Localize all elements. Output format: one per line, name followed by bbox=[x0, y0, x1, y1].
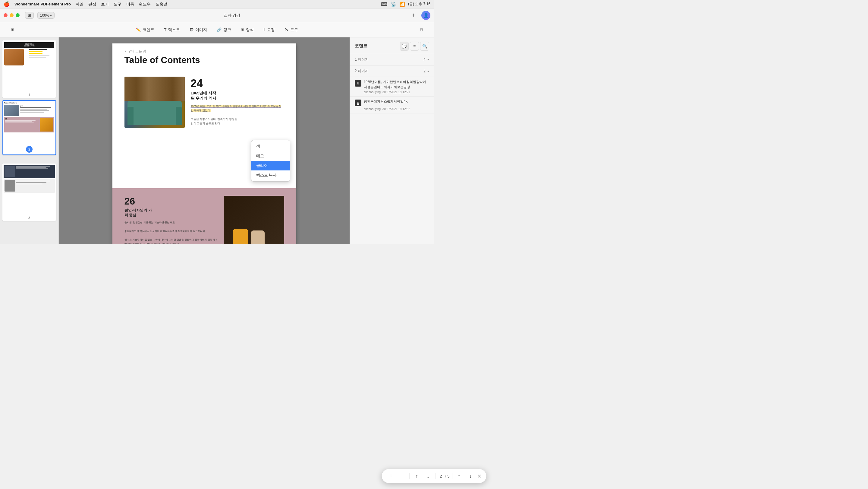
menu-tools[interactable]: 도구 bbox=[114, 1, 121, 7]
ctx-memo[interactable]: 메모 bbox=[251, 151, 290, 161]
user-avatar[interactable]: 👤 bbox=[421, 11, 430, 20]
panel-page2-header[interactable]: 2 페이지 2 ▴ bbox=[355, 68, 429, 74]
link-icon: 🔗 bbox=[217, 27, 221, 32]
page-3-label: 3 bbox=[2, 215, 56, 221]
page-1-label: 1 bbox=[2, 92, 56, 98]
title-bar: ⊞ 100% ▾ 집과 영감 + 👤 bbox=[0, 8, 434, 22]
panel-page1-section[interactable]: 1 페이지 2 ▾ bbox=[350, 54, 434, 65]
toolbar: ⊞ ✏️ 코멘트 T 텍스트 🖼 이미지 🔗 링크 ⊞ 양식 bbox=[0, 22, 434, 37]
notification-icon[interactable]: ⌨ bbox=[381, 1, 388, 7]
chairs-image bbox=[224, 196, 284, 244]
menu-view[interactable]: 보기 bbox=[101, 1, 109, 7]
panel-page2-collapse-icon[interactable]: ▴ bbox=[427, 69, 429, 73]
section-24-subtitle: 1965년에 시작된 우리의 역사 bbox=[191, 91, 284, 101]
ctx-copy-text[interactable]: 텍스트 복사 bbox=[251, 170, 290, 180]
toolbar-tools-button[interactable]: 🛠 도구 bbox=[280, 25, 303, 34]
toolbar-form-button[interactable]: ⊞ 양식 bbox=[236, 25, 258, 34]
wifi-icon[interactable]: 📶 bbox=[399, 1, 405, 7]
menu-file[interactable]: 파일 bbox=[76, 1, 84, 7]
page-thumb-2[interactable]: Table of Contents 24 bbox=[2, 100, 56, 155]
ctx-color[interactable]: 색 bbox=[251, 142, 290, 151]
menubar-right: ⌨ 📡 📶 (금) 오후 7:16 bbox=[381, 1, 430, 7]
panel-page2-meta: 2 ▴ bbox=[424, 69, 429, 73]
wood-wall-decoration bbox=[124, 77, 185, 101]
section-24-text: 24 1965년에 시작된 우리의 역사 1965년 여름, 기이한 변코바야침… bbox=[191, 77, 284, 126]
section-24-highlight: 1965년 여름, 기이한 변코바야침의일광속에서점은덴마크제작가새로운공장 만… bbox=[191, 105, 281, 112]
zoom-dropdown-icon: ▾ bbox=[50, 13, 52, 18]
link-label: 링크 bbox=[223, 27, 231, 33]
toolbar-text-button[interactable]: T 텍스트 bbox=[159, 25, 185, 34]
form-label: 양식 bbox=[246, 27, 254, 33]
thumb2-chair-img bbox=[40, 118, 53, 132]
toolbar-correction-button[interactable]: Ⅱ 교정 bbox=[258, 25, 280, 34]
tools-icon: 🛠 bbox=[284, 27, 288, 32]
pdf-main-title: Table of Contents bbox=[124, 55, 200, 65]
sofa-image bbox=[124, 77, 185, 128]
toolbar-comment-button[interactable]: ✏️ 코멘트 bbox=[131, 25, 159, 34]
section-24-body: 1965년 여름, 기이한 변코바야침의일광속에서점은덴마크제작가새로운공장 만… bbox=[191, 104, 284, 126]
panel-page1-header[interactable]: 1 페이지 2 ▾ bbox=[355, 57, 429, 62]
page-thumb-3[interactable]: 3 bbox=[2, 164, 56, 221]
tab-title: 집과 영감 bbox=[58, 13, 406, 18]
pdf-area[interactable]: 가구의 모든 것 Table of Contents 24 1965년에 시작된… bbox=[59, 37, 350, 244]
thumb2-row1: 24 bbox=[4, 105, 54, 116]
toolbar-image-button[interactable]: 🖼 이미지 bbox=[185, 25, 212, 34]
thumb3-lines bbox=[16, 166, 54, 177]
image-label: 이미지 bbox=[195, 27, 207, 33]
comment-label: 코멘트 bbox=[143, 27, 154, 33]
text-label: 텍스트 bbox=[168, 27, 180, 33]
sofa-arm-right bbox=[176, 107, 182, 125]
comment-text-1: 1965년여름, 기이한변코바야침의일광속에서점은덴마크제작가새로운공장 bbox=[364, 79, 429, 89]
minimize-button[interactable] bbox=[10, 13, 13, 17]
comment-item-2[interactable]: U 장인구에자랑스럽게서이었다. chezhouying 30/07/2021 … bbox=[350, 96, 434, 113]
menu-window[interactable]: 윈도우 bbox=[139, 1, 151, 7]
thumb3-bg bbox=[2, 164, 56, 215]
correction-label: 교정 bbox=[267, 27, 275, 33]
comment-badge-1: U bbox=[355, 80, 361, 87]
grid-icon: ⊞ bbox=[11, 27, 14, 32]
comment-item-1[interactable]: U 1965년여름, 기이한변코바야침의일광속에서점은덴마크제작가새로운공장 c… bbox=[350, 77, 434, 96]
airdrop-icon[interactable]: 📡 bbox=[391, 1, 396, 7]
toolbar-link-button[interactable]: 🔗 링크 bbox=[212, 25, 236, 34]
menu-edit[interactable]: 편집 bbox=[88, 1, 96, 7]
thumb3-light-lines bbox=[16, 180, 54, 192]
toolbar-grid-button[interactable]: ⊞ bbox=[6, 26, 19, 34]
menu-go[interactable]: 이동 bbox=[126, 1, 134, 7]
menubar: 🍎 Wondershare PDFelement Pro 파일 편집 보기 도구… bbox=[0, 0, 434, 8]
ctx-clear[interactable]: 클리어 bbox=[251, 161, 290, 170]
pdf-page: 가구의 모든 것 Table of Contents 24 1965년에 시작된… bbox=[113, 44, 296, 244]
panel-page1-count: 2 bbox=[424, 58, 426, 62]
panel-toggle-button[interactable]: ⊟ bbox=[415, 26, 428, 34]
pink-section: 26 편안-디자인의 가치 중심 순박함, 장인정신, 기풀있는 기능파 훌륭한… bbox=[113, 188, 296, 244]
section-26-body1: 순박함, 장인정신, 기풀있는 기능파 훌륭한 재료. bbox=[124, 221, 218, 225]
panel-header: 코멘트 💬 ≡ 🔍 bbox=[350, 37, 434, 54]
panel-page1-expand-icon[interactable]: ▾ bbox=[427, 58, 429, 61]
maximize-button[interactable] bbox=[16, 13, 20, 17]
view-toggle-button[interactable]: ⊞ bbox=[25, 12, 34, 19]
comment-search-button[interactable]: 🔍 bbox=[420, 41, 429, 51]
apple-menu[interactable]: 🍎 bbox=[4, 1, 10, 7]
right-panel: 코멘트 💬 ≡ 🔍 1 페이지 2 ▾ bbox=[350, 37, 434, 244]
add-tab-button[interactable]: + bbox=[409, 11, 418, 20]
thumb2-bg: Table of Contents 24 bbox=[3, 101, 56, 152]
toolbar-right: ⊟ bbox=[415, 26, 428, 34]
comment-list-button[interactable]: 💬 bbox=[400, 41, 409, 51]
page-thumb-1[interactable]: COLUMBIACOLLECTIVE bbox=[2, 40, 56, 98]
zoom-selector[interactable]: 100% ▾ bbox=[37, 12, 55, 19]
thumb2-text-block: 24 bbox=[20, 105, 54, 113]
section-26-number: 26 bbox=[124, 196, 218, 207]
pdf-breadcrumb: 가구의 모든 것 bbox=[124, 49, 146, 53]
panel-page2-title: 2 페이지 bbox=[355, 68, 369, 74]
correction-icon: Ⅱ bbox=[264, 27, 265, 32]
comment-meta-1: chezhouying 30/07/2021 19:12:21 bbox=[355, 90, 429, 94]
thumb1-content: COLUMBIACOLLECTIVE bbox=[2, 40, 56, 92]
close-button[interactable] bbox=[4, 13, 7, 17]
thumb2-content: Table of Contents 24 bbox=[3, 101, 56, 152]
menu-help[interactable]: 도움말 bbox=[156, 1, 167, 7]
thumb2-num: 24 bbox=[20, 105, 54, 107]
comment-filter-button[interactable]: ≡ bbox=[410, 41, 419, 51]
comment-badge-2: U bbox=[355, 99, 361, 106]
section-26-text: 26 편안-디자인의 가치 중심 순박함, 장인정신, 기풀있는 기능파 훌륭한… bbox=[124, 196, 218, 244]
toolbar-group: ✏️ 코멘트 T 텍스트 🖼 이미지 🔗 링크 ⊞ 양식 Ⅱ 교정 bbox=[131, 25, 303, 34]
toolbar-left: ⊞ bbox=[6, 26, 19, 34]
